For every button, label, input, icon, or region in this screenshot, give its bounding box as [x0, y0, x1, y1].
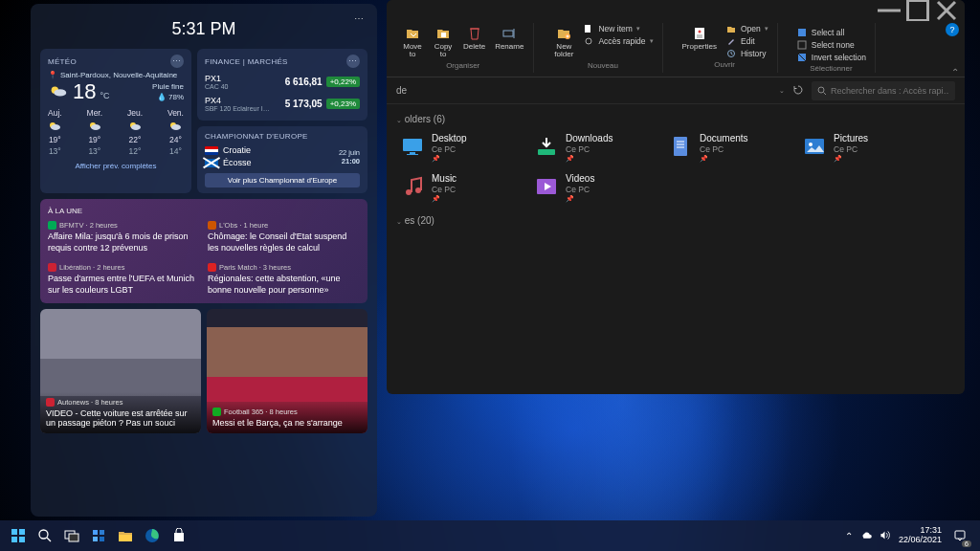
copy-to-button[interactable]: Copy to [429, 23, 457, 60]
svg-rect-14 [407, 154, 418, 155]
finance-row[interactable]: PX4SBF 120 Eclaireur Ind…5 173,05+0,23% [205, 93, 360, 115]
svg-rect-38 [69, 534, 78, 541]
group-header-recent[interactable]: ⌄ es (20) [396, 215, 955, 226]
delete-button[interactable]: Delete [459, 23, 489, 60]
open-button[interactable]: Open ▾ [723, 23, 771, 34]
ribbon-toolbar: ? Move to Copy to Delete Rename Organise… [387, 21, 965, 77]
folder-item[interactable]: Documents Ce PC 📌 [664, 130, 789, 166]
group-label-organiser: Organiser [446, 61, 479, 70]
group-header-folders[interactable]: ⌄ olders (6) [396, 114, 955, 124]
folder-name: Videos [566, 173, 594, 185]
team-scotland: Écosse [223, 158, 252, 167]
weather-icon [48, 81, 69, 102]
task-view-button[interactable] [61, 525, 82, 546]
weather-more-icon[interactable]: ⋯ [170, 55, 184, 68]
news-item[interactable]: L'Obs · 1 heureChômage: le Conseil d'Eta… [208, 221, 360, 253]
store-button[interactable] [168, 525, 189, 546]
edge-button[interactable] [142, 525, 163, 546]
folder-item[interactable]: Videos Ce PC 📌 [530, 170, 655, 207]
finance-card[interactable]: FINANCE | MARCHÉS⋯ PX1CAC 406 616,81+0,2… [197, 49, 368, 121]
svg-rect-10 [798, 41, 806, 49]
history-button[interactable]: History [723, 48, 771, 59]
ribbon-collapse-icon[interactable]: ⌃ [951, 67, 959, 77]
breadcrumb-dropdown-icon[interactable]: ⌄ [779, 87, 785, 95]
breadcrumb-path[interactable]: de [396, 85, 771, 96]
widgets-button[interactable] [88, 525, 109, 546]
group-label-nouveau: Nouveau [588, 61, 618, 70]
svg-rect-0 [908, 1, 928, 21]
file-explorer-window: ? Move to Copy to Delete Rename Organise… [387, 0, 965, 394]
group-label-ouvrir: Ouvrir [714, 60, 735, 69]
taskbar-clock[interactable]: 17:31 22/06/2021 [899, 526, 942, 545]
folder-name: Desktop [432, 133, 467, 144]
folder-item[interactable]: Desktop Ce PC 📌 [396, 130, 521, 166]
new-item-button[interactable]: New item ▾ [580, 23, 656, 34]
news-photo-card[interactable]: Football 365 · 8 heuresMessi et le Barça… [207, 309, 368, 433]
properties-button[interactable]: Properties [679, 23, 721, 59]
refresh-icon[interactable] [792, 84, 804, 98]
source-badge-icon [48, 221, 56, 230]
start-button[interactable] [8, 525, 29, 546]
window-minimize-button[interactable] [875, 0, 903, 21]
select-none-button[interactable]: Select none [793, 39, 869, 51]
news-photo-card[interactable]: Autonews · 8 heuresVIDEO - Cette voiture… [40, 309, 201, 433]
svg-rect-39 [93, 530, 98, 535]
news-item[interactable]: Paris Match · 3 heuresRégionales: cette … [208, 263, 360, 296]
svg-point-11 [818, 87, 824, 93]
file-explorer-button[interactable] [115, 525, 136, 546]
invert-selection-button[interactable]: Invert selection [793, 52, 869, 63]
folder-icon [533, 133, 560, 160]
rename-button[interactable]: Rename [491, 23, 527, 60]
svg-rect-2 [503, 31, 513, 36]
folder-item[interactable]: Music Ce PC 📌 [396, 170, 521, 207]
folder-name: Downloads [566, 133, 612, 144]
weather-card[interactable]: MÉTÉO⋯ 📍Saint-Pardoux, Nouvelle-Aquitain… [40, 49, 191, 193]
source-badge-icon [46, 398, 55, 407]
svg-rect-34 [11, 537, 17, 542]
window-titlebar[interactable] [387, 0, 965, 21]
finance-more-icon[interactable]: ⋯ [346, 55, 360, 68]
team-croatia: Croatie [223, 145, 251, 155]
svg-point-31 [171, 124, 181, 130]
svg-rect-4 [585, 25, 590, 33]
folder-location: Ce PC [834, 144, 868, 154]
finance-row[interactable]: PX1CAC 406 616,81+0,22% [205, 71, 360, 93]
search-box[interactable] [812, 81, 955, 100]
select-all-button[interactable]: Select all [793, 27, 869, 38]
folder-name: Documents [700, 133, 748, 144]
news-item[interactable]: BFMTV · 2 heuresAffaire Mila: jusqu'à 6 … [48, 221, 200, 253]
notification-button[interactable]: 6 [949, 525, 970, 546]
help-icon[interactable]: ? [946, 23, 959, 36]
move-to-button[interactable]: Move to [398, 23, 427, 60]
svg-point-25 [51, 124, 60, 130]
edit-button[interactable]: Edit [723, 35, 771, 47]
cloud-icon[interactable] [860, 529, 873, 543]
search-button[interactable] [34, 525, 56, 546]
svg-rect-42 [100, 537, 104, 541]
svg-point-36 [39, 530, 48, 539]
search-input[interactable] [831, 86, 949, 96]
folder-location: Ce PC [566, 144, 612, 154]
svg-point-7 [698, 31, 701, 33]
folder-item[interactable]: Pictures Ce PC 📌 [798, 130, 923, 166]
pin-icon: 📌 [566, 155, 612, 163]
svg-rect-35 [19, 537, 25, 542]
weather-temp: 18 [73, 81, 96, 102]
notification-badge: 6 [962, 540, 971, 547]
folder-item[interactable]: Downloads Ce PC 📌 [530, 130, 655, 166]
news-item[interactable]: Libération · 2 heuresPasse d'armes entre… [48, 263, 200, 296]
source-badge-icon [208, 263, 216, 272]
svg-point-29 [131, 124, 141, 130]
championship-card[interactable]: CHAMPIONNAT D'EUROPE Croatie Écosse 22 j… [197, 126, 368, 193]
window-close-button[interactable] [932, 0, 961, 21]
window-maximize-button[interactable] [903, 0, 932, 21]
champ-link[interactable]: Voir plus Championnat d'Europe [205, 173, 360, 187]
widgets-more-icon[interactable]: ⋯ [354, 13, 364, 24]
weather-forecast-link[interactable]: Afficher prév. complètes [48, 162, 184, 170]
tray-chevron-icon[interactable]: ⌃ [845, 531, 853, 541]
volume-icon[interactable] [879, 529, 891, 543]
quick-access-button[interactable]: Accès rapide ▾ [580, 35, 656, 47]
svg-rect-12 [403, 139, 422, 151]
weather-header: MÉTÉO [48, 57, 77, 66]
new-folder-button[interactable]: New folder [549, 23, 578, 60]
